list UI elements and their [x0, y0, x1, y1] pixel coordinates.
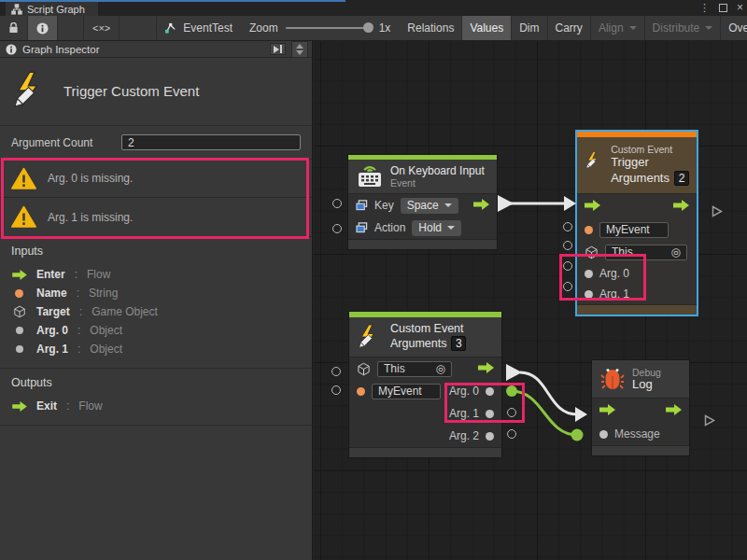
zoom-value: 1x	[379, 21, 391, 35]
flow-out-port[interactable]	[478, 362, 494, 376]
keyboard-key-input-port[interactable]	[332, 199, 342, 208]
message-label: Message	[614, 427, 660, 441]
arguments-label: Arguments	[611, 170, 669, 187]
object-port-icon[interactable]	[486, 410, 494, 418]
graph-breadcrumb[interactable]: EventTest	[157, 16, 240, 40]
carry-button[interactable]: Carry	[548, 16, 591, 40]
event-name-row: MyEvent	[577, 218, 697, 241]
flow-in-port[interactable]	[599, 404, 615, 418]
overview-button[interactable]: Overview	[721, 16, 747, 40]
code-view-button[interactable]: <×>	[84, 16, 120, 40]
graph-canvas[interactable]: On Keyboard Input Event Key Space	[314, 41, 747, 560]
custom-event-icon	[357, 323, 383, 351]
node-custom-event[interactable]: Custom Event Arguments 3 This◎ MyEvent	[348, 311, 502, 458]
pin-type: Flow	[87, 268, 110, 281]
relations-button[interactable]: Relations	[400, 16, 462, 40]
lock-button[interactable]	[0, 16, 28, 40]
dim-button[interactable]: Dim	[512, 16, 547, 40]
outputs-section: Outputs Exit : Flow	[0, 369, 312, 426]
node-title: Custom Event	[390, 322, 466, 335]
object-port-icon[interactable]	[585, 270, 593, 278]
collapse-panel-button[interactable]	[270, 43, 286, 55]
warning-icon	[11, 167, 36, 190]
target-field[interactable]: This◎	[605, 245, 687, 260]
inputs-heading: Inputs	[11, 245, 301, 258]
debug-flow-out-connector[interactable]	[696, 409, 704, 420]
flow-out-port[interactable]	[666, 404, 682, 418]
string-port-icon[interactable]	[357, 387, 365, 396]
gameobject-cube-icon[interactable]	[357, 362, 371, 376]
target-row: This◎	[349, 357, 501, 380]
event-name-field[interactable]: MyEvent	[599, 222, 669, 238]
target-row: This◎	[577, 241, 697, 263]
chevron-down-icon	[629, 26, 637, 30]
customevent-target-input-port[interactable]	[331, 367, 341, 376]
arguments-count-field[interactable]: 2	[674, 171, 689, 186]
warning-row: Arg. 0 is missing.	[0, 160, 312, 198]
argument-count-row: Argument Count	[0, 126, 312, 159]
event-name-value: MyEvent	[606, 223, 650, 236]
bug-icon	[600, 367, 625, 391]
tab-script-graph[interactable]: Script Graph	[6, 2, 98, 16]
maximize-icon[interactable]	[719, 4, 727, 12]
action-dropdown[interactable]: Hold	[412, 220, 461, 236]
zoom-slider[interactable]	[286, 27, 372, 29]
carry-label: Carry	[556, 21, 583, 35]
window-menu-icon[interactable]: ⋮	[699, 2, 710, 14]
unit-title: Trigger Custom Event	[63, 83, 199, 99]
flow-out-port[interactable]	[673, 200, 689, 214]
pin-row-arg1: Arg. 1 : Object	[11, 340, 301, 358]
trigger-arg1-input-port[interactable]	[563, 282, 572, 291]
pin-name: Enter	[36, 268, 65, 281]
key-port-row: Key Space	[348, 194, 497, 217]
object-port-icon[interactable]	[585, 290, 593, 299]
inspector-toggle-button[interactable]	[28, 16, 58, 40]
key-dropdown[interactable]: Space	[401, 198, 458, 214]
node-subtitle: Custom Event	[611, 144, 689, 155]
object-picker-icon[interactable]: ◎	[671, 245, 681, 259]
object-port-icon[interactable]	[486, 432, 494, 441]
object-picker-icon[interactable]: ◎	[436, 362, 445, 375]
node-debug-log[interactable]: Debug Log Message	[591, 359, 690, 456]
values-label: Values	[470, 21, 503, 35]
event-name-field[interactable]: MyEvent	[372, 384, 441, 399]
align-button[interactable]: Align	[591, 16, 645, 40]
trigger-arg0-input-port[interactable]	[563, 261, 572, 271]
trigger-flow-out-connector[interactable]	[703, 200, 712, 211]
flow-out-port[interactable]	[473, 199, 489, 213]
arg1-label: Arg. 1	[449, 407, 479, 420]
target-field[interactable]: This◎	[377, 361, 452, 377]
flow-in-port[interactable]	[585, 200, 600, 214]
node-trigger-custom-event[interactable]: Custom Event Trigger Arguments 2 MyEvent	[575, 130, 698, 316]
object-port-icon[interactable]	[486, 387, 494, 396]
arg1-label: Arg. 1	[599, 287, 629, 301]
event-name-row: MyEvent Arg. 0	[349, 380, 501, 402]
event-name-value: MyEvent	[378, 385, 422, 398]
pin-name: Arg. 1	[36, 343, 68, 356]
keyboard-action-input-port[interactable]	[332, 224, 342, 233]
customevent-arg2-output-port[interactable]	[507, 429, 516, 439]
values-button[interactable]: Values	[462, 16, 512, 40]
node-on-keyboard-input[interactable]: On Keyboard Input Event Key Space	[347, 154, 498, 250]
script-graph-window: Script Graph ⋮ × <×>	[0, 0, 747, 560]
object-port-icon[interactable]	[599, 430, 608, 439]
key-value: Space	[407, 199, 439, 212]
tab-label: Script Graph	[27, 4, 85, 15]
pin-type: Object	[90, 324, 122, 337]
customevent-name-input-port[interactable]	[331, 385, 341, 395]
pin-type: Flow	[78, 399, 102, 413]
close-icon[interactable]: ×	[737, 4, 743, 12]
arguments-count-field[interactable]: 3	[451, 336, 466, 351]
argument-count-input[interactable]	[121, 134, 301, 150]
trigger-target-input-port[interactable]	[563, 241, 572, 250]
warnings-box: Arg. 0 is missing. Arg. 1 is missing.	[0, 159, 312, 236]
unit-title-block: Trigger Custom Event	[0, 58, 312, 126]
scroll-spinner[interactable]	[291, 41, 308, 58]
distribute-button[interactable]: Distribute	[645, 16, 722, 40]
zoom-slider-thumb[interactable]	[363, 22, 374, 33]
gameobject-cube-icon[interactable]	[585, 245, 599, 259]
trigger-name-input-port[interactable]	[563, 222, 572, 231]
customevent-arg1-output-port[interactable]	[507, 408, 516, 417]
distribute-label: Distribute	[653, 21, 700, 35]
string-port-icon[interactable]	[585, 226, 593, 234]
